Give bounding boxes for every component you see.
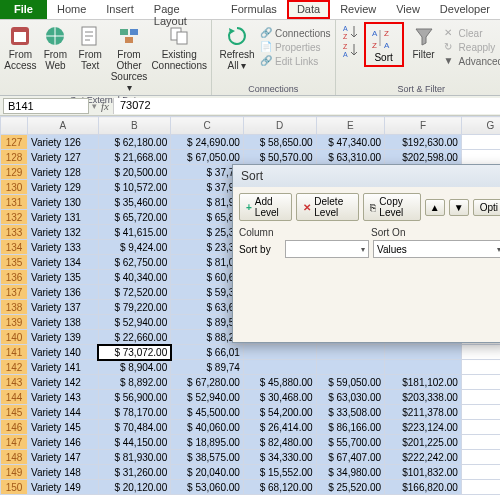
copy-level-button[interactable]: ⎘Copy Level xyxy=(363,193,420,221)
svg-rect-6 xyxy=(125,37,133,43)
table-row[interactable]: 146Variety 145$ 70,484.00$ 40,060.00$ 26… xyxy=(1,420,501,435)
existing-conn-label: Existing Connections xyxy=(151,49,207,71)
table-row[interactable]: 141Variety 140$ 73,072.00$ 66,01 xyxy=(1,345,501,360)
table-row[interactable]: 142Variety 141$ 8,904.00$ 89,74 xyxy=(1,360,501,375)
filter-icon xyxy=(412,24,436,48)
svg-rect-1 xyxy=(14,32,26,42)
sort-desc-button[interactable]: ZA xyxy=(342,42,360,58)
ribbon: From Access From Web From Text From Othe… xyxy=(0,20,500,96)
table-row[interactable]: 150Variety 149$ 20,120.00$ 53,060.00$ 68… xyxy=(1,480,501,495)
table-row[interactable]: 149Variety 148$ 31,260.00$ 20,040.00$ 15… xyxy=(1,465,501,480)
sortby-select[interactable]: ▾ xyxy=(285,240,369,258)
from-web-label: From Web xyxy=(39,49,72,71)
sort-dialog: Sort +Add Level ✕Delete Level ⎘Copy Leve… xyxy=(232,164,500,343)
from-other-label: From Other Sources ▾ xyxy=(109,49,150,93)
group-label-conn: Connections xyxy=(216,84,331,95)
chevron-down-icon: ▾ xyxy=(361,245,365,254)
editlinks-button: 🔗Edit Links xyxy=(260,54,331,68)
clear-icon: ✕ xyxy=(444,27,456,39)
tab-data[interactable]: Data xyxy=(287,0,330,19)
filter-label: Filter xyxy=(412,49,434,60)
reapply-icon: ↻ xyxy=(444,41,456,53)
tab-formulas[interactable]: Formulas xyxy=(221,0,287,19)
refresh-all-label: Refresh All ▾ xyxy=(216,49,258,71)
existing-conn-icon xyxy=(167,24,191,48)
properties-button: 📄Properties xyxy=(260,40,331,54)
sorton-value: Values xyxy=(377,244,407,255)
tab-home[interactable]: Home xyxy=(47,0,96,19)
properties-label: Properties xyxy=(275,42,321,53)
sort-desc-icon: ZA xyxy=(342,42,360,58)
from-access-button[interactable]: From Access xyxy=(4,22,37,73)
access-icon xyxy=(8,24,32,48)
from-text-label: From Text xyxy=(74,49,107,71)
table-row[interactable]: 127Variety 126$ 62,180.00$ 24,690.00$ 58… xyxy=(1,135,501,150)
options-label: Opti xyxy=(480,202,498,213)
clear-button: ✕Clear xyxy=(444,26,500,40)
existing-conn-button[interactable]: Existing Connections xyxy=(151,22,207,73)
refresh-icon xyxy=(225,24,249,48)
group-sort-filter: AZ ZA AZZA Sort Filter ✕Clear ↻Reapply ▼… xyxy=(336,20,500,95)
from-web-button[interactable]: From Web xyxy=(39,22,72,73)
options-button[interactable]: Opti xyxy=(473,199,500,216)
svg-rect-8 xyxy=(177,32,187,44)
fx-icon[interactable]: fx xyxy=(97,100,113,112)
svg-text:A: A xyxy=(384,41,390,50)
connections-icon: 🔗 xyxy=(260,27,272,39)
tab-developer[interactable]: Developer xyxy=(430,0,500,19)
copy-icon: ⎘ xyxy=(370,202,376,213)
tab-pagelayout[interactable]: Page Layout xyxy=(144,0,221,19)
column-headers[interactable]: ABCDEFG xyxy=(1,117,501,135)
tab-view[interactable]: View xyxy=(386,0,430,19)
sort-label: Sort xyxy=(374,52,392,63)
formula-input[interactable]: 73072 xyxy=(113,98,500,114)
reapply-button: ↻Reapply xyxy=(444,40,500,54)
dialog-title: Sort xyxy=(233,165,500,187)
sortby-label: Sort by xyxy=(239,244,281,255)
tab-review[interactable]: Review xyxy=(330,0,386,19)
connections-label: Connections xyxy=(275,28,331,39)
table-row[interactable]: 148Variety 147$ 81,930.00$ 38,575.00$ 34… xyxy=(1,450,501,465)
refresh-all-button[interactable]: Refresh All ▾ xyxy=(216,22,258,73)
advanced-label: Advanced xyxy=(459,56,500,67)
filter-button[interactable]: Filter xyxy=(406,22,442,62)
plus-icon: + xyxy=(246,202,252,213)
text-icon xyxy=(78,24,102,48)
table-row[interactable]: 147Variety 146$ 44,150.00$ 18,895.00$ 82… xyxy=(1,435,501,450)
name-box[interactable]: B141 xyxy=(3,98,89,114)
tab-insert[interactable]: Insert xyxy=(96,0,144,19)
sort-asc-button[interactable]: AZ xyxy=(342,24,360,40)
svg-text:A: A xyxy=(343,25,348,32)
connections-button[interactable]: 🔗Connections xyxy=(260,26,331,40)
table-row[interactable]: 128Variety 127$ 21,668.00$ 67,050.00$ 50… xyxy=(1,150,501,165)
formula-bar: B141 ▾ fx 73072 xyxy=(0,96,500,116)
reapply-label: Reapply xyxy=(459,42,496,53)
add-level-label: Add Level xyxy=(255,196,285,218)
table-row[interactable]: 144Variety 143$ 56,900.00$ 52,940.00$ 30… xyxy=(1,390,501,405)
table-row[interactable]: 145Variety 144$ 78,170.00$ 45,500.00$ 54… xyxy=(1,405,501,420)
sort-button[interactable]: AZZA Sort xyxy=(364,22,404,67)
web-icon xyxy=(43,24,67,48)
up-icon: ▲ xyxy=(430,202,440,213)
editlinks-icon: 🔗 xyxy=(260,55,272,67)
editlinks-label: Edit Links xyxy=(275,56,318,67)
sort-asc-icon: AZ xyxy=(342,24,360,40)
col-header-column: Column xyxy=(239,227,369,238)
tab-file[interactable]: File xyxy=(0,0,47,19)
table-row[interactable]: 143Variety 142$ 8,892.00$ 67,280.00$ 45,… xyxy=(1,375,501,390)
add-level-button[interactable]: +Add Level xyxy=(239,193,292,221)
col-header-sorton: Sort On xyxy=(371,227,405,238)
svg-text:Z: Z xyxy=(384,29,389,38)
ribbon-tabs: File Home Insert Page Layout Formulas Da… xyxy=(0,0,500,20)
svg-text:Z: Z xyxy=(372,41,377,50)
sorton-select[interactable]: Values▾ xyxy=(373,240,500,258)
copy-level-label: Copy Level xyxy=(379,196,413,218)
delete-level-button[interactable]: ✕Delete Level xyxy=(296,193,359,221)
move-down-button[interactable]: ▼ xyxy=(449,199,469,216)
properties-icon: 📄 xyxy=(260,41,272,53)
svg-text:Z: Z xyxy=(343,33,348,40)
from-text-button[interactable]: From Text xyxy=(74,22,107,73)
move-up-button[interactable]: ▲ xyxy=(425,199,445,216)
from-other-button[interactable]: From Other Sources ▾ xyxy=(109,22,150,95)
advanced-button[interactable]: ▼Advanced xyxy=(444,54,500,68)
